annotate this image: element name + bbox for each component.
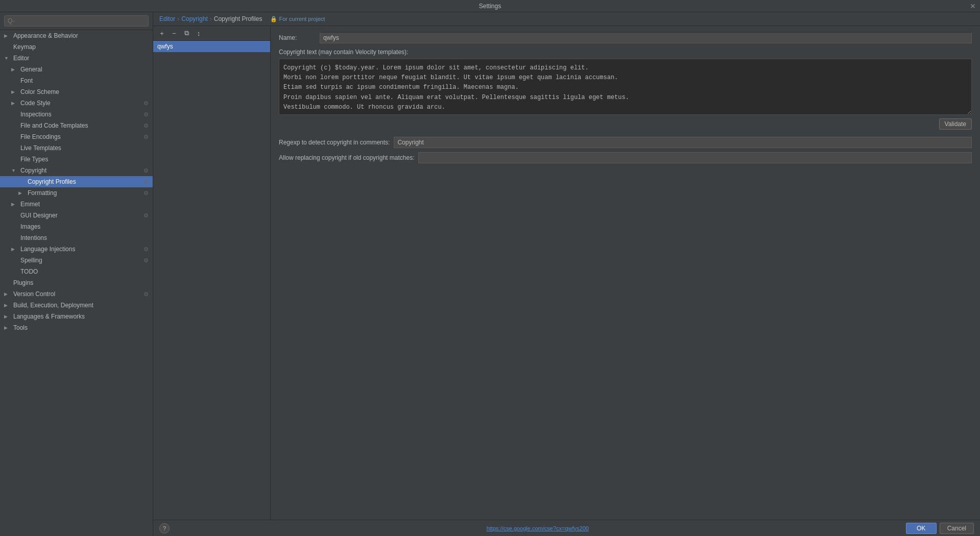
validate-button[interactable]: Validate bbox=[939, 118, 972, 130]
sidebar-item-plugins[interactable]: Plugins bbox=[0, 277, 153, 288]
arrow-icon: ▶ bbox=[4, 33, 11, 38]
close-button[interactable]: ✕ bbox=[970, 2, 976, 10]
sidebar-item-formatting[interactable]: ▶Formatting⚙ bbox=[0, 187, 153, 199]
sidebar-item-live-templates[interactable]: Live Templates bbox=[0, 142, 153, 154]
sidebar-item-file-code-templates[interactable]: File and Code Templates⚙ bbox=[0, 120, 153, 131]
main-container: ▶Appearance & BehaviorKeymap▼Editor▶Gene… bbox=[0, 12, 980, 536]
sidebar-item-label: Keymap bbox=[13, 43, 149, 51]
sidebar-item-todo[interactable]: TODO bbox=[0, 266, 153, 277]
sidebar-item-editor[interactable]: ▼Editor bbox=[0, 53, 153, 64]
sidebar-item-code-style[interactable]: ▶Code Style⚙ bbox=[0, 98, 153, 109]
sidebar-item-color-scheme[interactable]: ▶Color Scheme bbox=[0, 86, 153, 98]
move-profile-button[interactable]: ↕ bbox=[193, 28, 204, 38]
sidebar-item-file-types[interactable]: File Types bbox=[0, 154, 153, 165]
breadcrumb-editor[interactable]: Editor bbox=[159, 15, 175, 22]
allow-input[interactable] bbox=[418, 152, 972, 163]
copyright-textarea[interactable] bbox=[279, 59, 972, 115]
bottom-link[interactable]: https://cse.google.com/cse?cx=qwfys200 bbox=[487, 525, 589, 531]
content-area: Editor › Copyright › Copyright Profiles … bbox=[153, 12, 980, 536]
regexp-input[interactable] bbox=[394, 137, 972, 148]
name-input[interactable] bbox=[320, 32, 972, 43]
sidebar-item-languages-frameworks[interactable]: ▶Languages & Frameworks bbox=[0, 311, 153, 322]
sidebar-item-label: Language Injections bbox=[20, 246, 141, 253]
arrow-icon: ▶ bbox=[18, 190, 26, 196]
sidebar-item-language-injections[interactable]: ▶Language Injections⚙ bbox=[0, 243, 153, 255]
sidebar-item-label: Languages & Frameworks bbox=[13, 313, 149, 320]
sidebar-item-label: Copyright bbox=[20, 167, 141, 174]
gear-icon: ⚙ bbox=[144, 246, 149, 253]
sidebar-item-spelling[interactable]: Spelling⚙ bbox=[0, 255, 153, 266]
sidebar-item-tools[interactable]: ▶Tools bbox=[0, 322, 153, 333]
arrow-icon: ▼ bbox=[4, 56, 11, 61]
sidebar-item-version-control[interactable]: ▶Version Control⚙ bbox=[0, 288, 153, 300]
profile-name: qwfys bbox=[157, 43, 173, 50]
split-content: + − ⧉ ↕ qwfys bbox=[153, 26, 980, 520]
sidebar-item-label: General bbox=[20, 66, 149, 73]
ok-button[interactable]: OK bbox=[906, 523, 937, 534]
sidebar-item-intentions[interactable]: Intentions bbox=[0, 232, 153, 243]
project-tag: 🔒 For current project bbox=[270, 16, 325, 22]
regexp-row: Regexp to detect copyright in comments: bbox=[279, 137, 972, 148]
arrow-icon: ▶ bbox=[11, 89, 18, 94]
sidebar-item-label: Copyright Profiles bbox=[28, 178, 141, 185]
sidebar-tree: ▶Appearance & BehaviorKeymap▼Editor▶Gene… bbox=[0, 30, 153, 333]
sidebar-item-gui-designer[interactable]: GUI Designer⚙ bbox=[0, 210, 153, 221]
gear-icon: ⚙ bbox=[144, 167, 149, 174]
cancel-button[interactable]: Cancel bbox=[940, 523, 974, 534]
arrow-icon: ▶ bbox=[11, 101, 18, 106]
profiles-list: qwfys bbox=[153, 41, 270, 520]
remove-profile-button[interactable]: − bbox=[169, 28, 180, 38]
sidebar-item-label: Inspections bbox=[20, 111, 141, 118]
allow-row: Allow replacing copyright if old copyrig… bbox=[279, 152, 972, 163]
profiles-panel: + − ⧉ ↕ qwfys bbox=[153, 26, 271, 520]
name-row: Name: bbox=[279, 32, 972, 43]
gear-icon: ⚙ bbox=[144, 212, 149, 219]
copy-profile-button[interactable]: ⧉ bbox=[181, 28, 192, 38]
sidebar-item-label: Images bbox=[20, 223, 149, 230]
allow-label: Allow replacing copyright if old copyrig… bbox=[279, 154, 414, 161]
sidebar-item-keymap[interactable]: Keymap bbox=[0, 41, 153, 53]
help-button[interactable]: ? bbox=[159, 523, 170, 533]
breadcrumb-profiles: Copyright Profiles bbox=[214, 15, 262, 22]
gear-icon: ⚙ bbox=[144, 111, 149, 118]
arrow-icon: ▶ bbox=[4, 314, 11, 319]
bottom-bar: ? https://cse.google.com/cse?cx=qwfys200… bbox=[153, 520, 980, 536]
profiles-toolbar: + − ⧉ ↕ bbox=[153, 26, 270, 41]
breadcrumb-sep-1: › bbox=[177, 15, 179, 22]
search-input[interactable] bbox=[4, 15, 149, 27]
copy-icon: ⧉ bbox=[184, 29, 189, 37]
sidebar-item-images[interactable]: Images bbox=[0, 221, 153, 232]
profile-item[interactable]: qwfys bbox=[153, 41, 270, 52]
gear-icon: ⚙ bbox=[144, 134, 149, 140]
sidebar-item-copyright[interactable]: ▼Copyright⚙ bbox=[0, 165, 153, 176]
search-box bbox=[0, 12, 153, 30]
sidebar-item-label: Formatting bbox=[28, 189, 141, 197]
sidebar-item-font[interactable]: Font bbox=[0, 75, 153, 86]
sidebar-item-label: Code Style bbox=[20, 100, 141, 107]
gear-icon: ⚙ bbox=[144, 123, 149, 129]
sidebar-item-inspections[interactable]: Inspections⚙ bbox=[0, 109, 153, 120]
sidebar-item-label: File and Code Templates bbox=[20, 122, 141, 129]
gear-icon: ⚙ bbox=[144, 190, 149, 197]
add-profile-button[interactable]: + bbox=[156, 28, 168, 38]
gear-icon: ⚙ bbox=[144, 257, 149, 264]
sidebar-item-label: Build, Execution, Deployment bbox=[13, 302, 149, 309]
sidebar-item-label: GUI Designer bbox=[20, 212, 141, 219]
sidebar-item-label: Intentions bbox=[20, 234, 149, 241]
sidebar-item-file-encodings[interactable]: File Encodings⚙ bbox=[0, 131, 153, 142]
name-label: Name: bbox=[279, 34, 320, 41]
sidebar-item-emmet[interactable]: ▶Emmet bbox=[0, 199, 153, 210]
sidebar-item-label: File Types bbox=[20, 156, 149, 163]
arrow-icon: ▶ bbox=[4, 325, 11, 330]
breadcrumb-copyright[interactable]: Copyright bbox=[181, 15, 207, 22]
sidebar-item-label: File Encodings bbox=[20, 133, 141, 140]
sidebar-item-build-execution[interactable]: ▶Build, Execution, Deployment bbox=[0, 300, 153, 311]
sidebar: ▶Appearance & BehaviorKeymap▼Editor▶Gene… bbox=[0, 12, 153, 536]
arrow-icon: ▶ bbox=[4, 303, 11, 308]
move-icon: ↕ bbox=[197, 30, 201, 37]
arrow-icon: ▼ bbox=[11, 168, 18, 173]
sidebar-item-appearance[interactable]: ▶Appearance & Behavior bbox=[0, 30, 153, 41]
sidebar-item-copyright-profiles[interactable]: Copyright Profiles⚙ bbox=[0, 176, 153, 187]
sidebar-item-general[interactable]: ▶General bbox=[0, 64, 153, 75]
sidebar-item-label: Appearance & Behavior bbox=[13, 32, 149, 39]
